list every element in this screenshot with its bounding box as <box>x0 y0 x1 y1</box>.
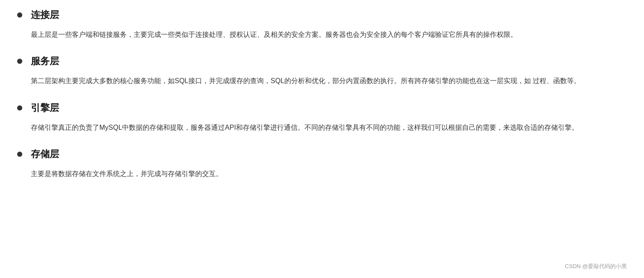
section-header-service-layer: 服务层 <box>17 55 627 68</box>
section-header-storage-layer: 存储层 <box>17 148 627 161</box>
section-service-layer: 服务层第二层架构主要完成大多数的核心服务功能，如SQL接口，并完成缓存的查询，S… <box>17 55 627 87</box>
section-title: 连接层 <box>31 9 59 21</box>
bullet-icon <box>17 152 22 157</box>
watermark: CSDN @爱敲代码的小黑 <box>565 263 627 270</box>
section-engine-layer: 引擎层存储引擎真正的负责了MySQL中数据的存储和提取，服务器通过API和存储引… <box>17 102 627 134</box>
section-header-connection-layer: 连接层 <box>17 9 627 21</box>
section-body: 存储引擎真正的负责了MySQL中数据的存储和提取，服务器通过API和存储引擎进行… <box>31 121 627 134</box>
section-title: 存储层 <box>31 148 59 161</box>
bullet-icon <box>17 59 22 64</box>
bullet-icon <box>17 12 22 18</box>
bullet-icon <box>17 105 22 111</box>
section-title: 服务层 <box>31 55 59 68</box>
section-header-engine-layer: 引擎层 <box>17 102 627 114</box>
section-body: 主要是将数据存储在文件系统之上，并完成与存储引擎的交互。 <box>31 167 627 180</box>
content-area: 连接层最上层是一些客户端和链接服务，主要完成一些类似于连接处理、授权认证、及相关… <box>17 9 627 181</box>
section-storage-layer: 存储层主要是将数据存储在文件系统之上，并完成与存储引擎的交互。 <box>17 148 627 180</box>
section-body: 第二层架构主要完成大多数的核心服务功能，如SQL接口，并完成缓存的查询，SQL的… <box>31 75 627 87</box>
section-title: 引擎层 <box>31 102 59 114</box>
section-connection-layer: 连接层最上层是一些客户端和链接服务，主要完成一些类似于连接处理、授权认证、及相关… <box>17 9 627 41</box>
section-body: 最上层是一些客户端和链接服务，主要完成一些类似于连接处理、授权认证、及相关的安全… <box>31 28 627 41</box>
